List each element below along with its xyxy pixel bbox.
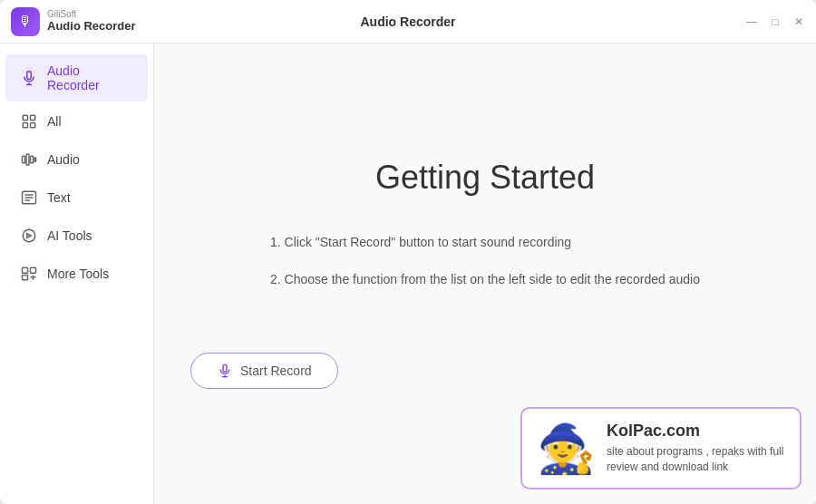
svg-rect-0	[27, 72, 32, 80]
sidebar-item-label: Audio Recorder	[47, 63, 133, 92]
sidebar-item-ai-tools[interactable]: AI Tools	[5, 218, 148, 254]
instructions-list: 1. Click "Start Record" button to start …	[270, 233, 700, 307]
watermark-card: 🧙 KolPac.com site about programs , repak…	[520, 407, 801, 489]
svg-rect-16	[23, 267, 28, 273]
app-window: 🎙 GiliSoft Audio Recorder Audio Recorder…	[0, 0, 816, 504]
watermark-text: KolPac.com site about programs , repaks …	[607, 422, 785, 475]
minimize-button[interactable]: —	[745, 15, 758, 28]
watermark-description: site about programs , repaks with full r…	[607, 444, 785, 475]
svg-rect-7	[23, 156, 25, 163]
svg-rect-6	[31, 123, 35, 128]
main-layout: Audio Recorder All	[0, 44, 816, 504]
titlebar: 🎙 GiliSoft Audio Recorder Audio Recorder…	[0, 0, 816, 44]
audio-icon	[20, 150, 38, 169]
all-icon	[20, 112, 38, 131]
logo-top: GiliSoft	[47, 10, 136, 19]
svg-rect-3	[23, 115, 27, 120]
microphone-icon	[20, 69, 38, 87]
sidebar-item-label: AI Tools	[47, 228, 92, 243]
window-controls: — □ ✕	[745, 15, 805, 28]
maximize-button[interactable]: □	[769, 15, 782, 28]
ai-icon	[20, 227, 38, 245]
svg-rect-17	[31, 267, 36, 273]
svg-rect-21	[223, 364, 227, 372]
getting-started-section: Getting Started 1. Click "Start Record" …	[190, 159, 780, 389]
instruction-2: 2. Choose the function from the list on …	[270, 270, 700, 289]
sidebar-item-label: Text	[47, 190, 71, 205]
sidebar-item-label: Audio	[47, 152, 80, 167]
logo-bottom: Audio Recorder	[47, 19, 136, 34]
svg-point-15	[23, 229, 35, 242]
text-icon	[20, 189, 38, 207]
window-title: Audio Recorder	[360, 15, 455, 29]
svg-rect-9	[31, 156, 34, 163]
sidebar-item-text[interactable]: Text	[5, 179, 148, 216]
more-tools-icon	[20, 265, 38, 283]
app-logo: 🎙 GiliSoft Audio Recorder	[11, 7, 136, 36]
sidebar: Audio Recorder All	[0, 44, 154, 504]
sidebar-item-audio-recorder[interactable]: Audio Recorder	[5, 54, 148, 102]
content-area: Getting Started 1. Click "Start Record" …	[154, 44, 816, 504]
svg-rect-8	[26, 154, 29, 165]
wizard-hat-icon: 🧙	[537, 425, 596, 472]
sidebar-item-all[interactable]: All	[5, 103, 148, 140]
svg-rect-5	[23, 123, 27, 128]
watermark-site: KolPac.com	[607, 422, 785, 441]
start-record-button[interactable]: Start Record	[190, 353, 338, 389]
start-record-label: Start Record	[240, 363, 312, 378]
svg-rect-4	[31, 115, 35, 120]
page-title: Getting Started	[190, 159, 780, 197]
logo-text: GiliSoft Audio Recorder	[47, 10, 136, 34]
svg-rect-18	[23, 276, 28, 280]
mic-button-icon	[217, 363, 233, 379]
logo-icon: 🎙	[11, 7, 40, 36]
close-button[interactable]: ✕	[792, 15, 805, 28]
svg-rect-10	[34, 158, 36, 162]
instruction-1: 1. Click "Start Record" button to start …	[270, 233, 700, 252]
sidebar-item-more-tools[interactable]: More Tools	[5, 256, 148, 292]
sidebar-item-label: All	[47, 114, 62, 129]
sidebar-item-label: More Tools	[47, 267, 109, 281]
sidebar-item-audio[interactable]: Audio	[5, 141, 148, 178]
